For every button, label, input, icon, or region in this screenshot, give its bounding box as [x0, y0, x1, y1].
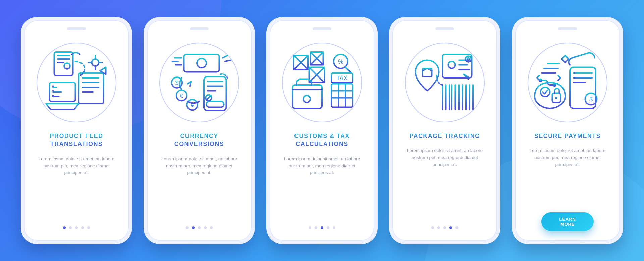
dot-2[interactable]	[437, 226, 440, 229]
illustration-area: $ € ¥	[159, 43, 239, 122]
screen-description: Lorem ipsum dolor sit amet, an labore no…	[282, 156, 362, 177]
dot-4[interactable]	[81, 226, 84, 229]
phone-speaker	[190, 27, 209, 30]
dot-1[interactable]	[431, 226, 434, 229]
onboarding-stage: PRODUCT FEED TRANSLATIONS Lorem ipsum do…	[0, 0, 644, 261]
phone-speaker	[67, 27, 86, 30]
dot-3[interactable]	[75, 226, 78, 229]
screen-description: Lorem ipsum dolor sit amet, an labore no…	[36, 156, 117, 177]
screen-description: Lorem ipsum dolor sit amet, an labore no…	[159, 156, 239, 177]
page-indicator	[63, 226, 90, 229]
illustration-area	[405, 43, 485, 122]
dot-3[interactable]	[198, 226, 201, 229]
illustration-ring	[37, 43, 116, 122]
screen-description: Lorem ipsum dolor sit amet, an labore no…	[405, 147, 485, 168]
illustration-ring	[159, 43, 239, 122]
dot-2[interactable]	[69, 226, 72, 229]
onboarding-screen-2: $ € ¥ CURRENCY CONVERSIONS Lorem ipsum d…	[144, 17, 255, 244]
dot-1[interactable]	[63, 226, 66, 229]
phone-speaker	[558, 27, 577, 30]
illustration-area: % TAX	[282, 43, 362, 122]
phone-speaker	[313, 27, 331, 30]
onboarding-screen-5: $ SECURE PAYMENTS Lorem ipsum dolor sit …	[512, 17, 623, 244]
dot-5[interactable]	[87, 226, 90, 229]
dot-3[interactable]	[443, 226, 446, 229]
onboarding-screen-1: PRODUCT FEED TRANSLATIONS Lorem ipsum do…	[21, 17, 132, 244]
page-indicator	[431, 226, 458, 229]
dot-2[interactable]	[315, 226, 317, 229]
screen-title: CUSTOMS & TAX CALCULATIONS	[280, 132, 364, 148]
dot-1[interactable]	[309, 226, 311, 229]
screen-title: SECURE PAYMENTS	[534, 132, 601, 140]
phone-speaker	[435, 27, 454, 30]
illustration-area	[37, 43, 116, 122]
illustration-ring	[282, 43, 362, 122]
screen-title: PRODUCT FEED TRANSLATIONS	[35, 132, 118, 148]
onboarding-screen-3: % TAX CUSTOMS & TAX CALCULATIONS Lorem i…	[266, 17, 378, 244]
dot-5[interactable]	[455, 226, 458, 229]
onboarding-screen-4: PACKAGE TRACKING Lorem ipsum dolor sit a…	[389, 17, 500, 244]
dot-1[interactable]	[186, 226, 189, 229]
page-indicator	[186, 226, 213, 229]
dot-5[interactable]	[333, 226, 335, 229]
dot-4[interactable]	[327, 226, 329, 229]
dot-3[interactable]	[321, 226, 323, 229]
screen-description: Lorem ipsum dolor sit amet, an labore no…	[527, 147, 608, 168]
illustration-ring	[405, 43, 485, 122]
dot-5[interactable]	[210, 226, 213, 229]
screen-title: PACKAGE TRACKING	[409, 132, 480, 140]
dot-2[interactable]	[192, 226, 195, 229]
dot-4[interactable]	[449, 226, 452, 229]
page-indicator	[309, 226, 335, 229]
illustration-area: $	[528, 43, 607, 122]
dot-4[interactable]	[204, 226, 207, 229]
screen-title: CURRENCY CONVERSIONS	[157, 132, 241, 148]
learn-more-button[interactable]: LEARN MORE	[541, 212, 594, 231]
illustration-ring	[528, 43, 607, 122]
